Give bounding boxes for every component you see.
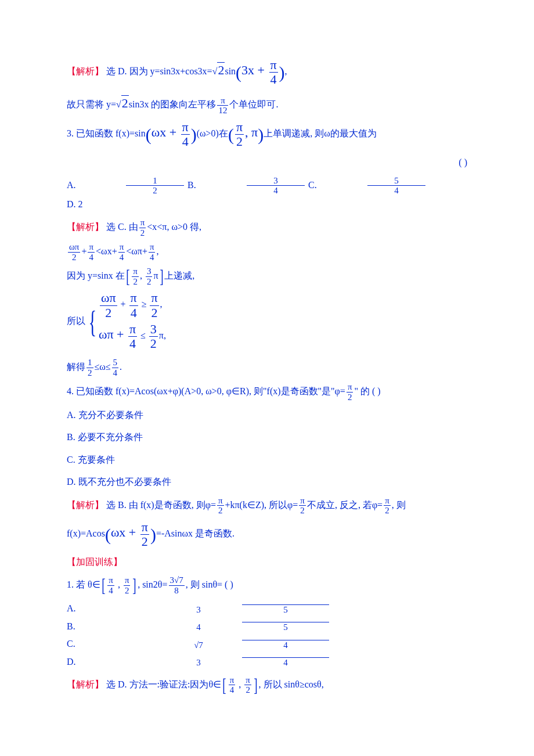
p2-text1a: 选 D. 因为 y=sin3x+cos3x= xyxy=(106,66,212,76)
p2-inner: 3x + xyxy=(241,63,268,77)
brace-icon: { xyxy=(89,307,97,337)
q4-optA: A. 充分不必要条件 xyxy=(67,406,467,424)
sqrt2: 2 xyxy=(217,62,225,77)
q3-optC: C.54 xyxy=(308,176,427,196)
p2-analysis-line2: 故只需将 y=√2sin3x 的图象向左平移π12个单位即可. xyxy=(67,91,467,116)
rparen: ) xyxy=(279,66,285,78)
analysis-tag: 【解析】 xyxy=(67,66,104,76)
extra-optA: A.35 xyxy=(67,600,330,617)
analysis-tag: 【解析】 xyxy=(67,679,104,689)
q3-texta: 3. 已知函数 f(x)=sin xyxy=(67,129,146,139)
q4-stem: 4. 已知函数 f(x)=Acos(ωx+φ)(A>0, ω>0, φ∈R), … xyxy=(67,382,467,402)
q4-optB: B. 必要不充分条件 xyxy=(67,429,467,446)
lparen: ( xyxy=(236,66,241,78)
q3-options: A.12 B.34 C.54 D. 2 xyxy=(67,176,467,213)
q4-optC: C. 充要条件 xyxy=(67,451,467,469)
extra-title: 【加固训练】 xyxy=(67,553,467,571)
q3-ineq-line: ωπ2+π4<ωx+π4<ωπ+π4, xyxy=(67,242,467,262)
extra-optC: C.√74 xyxy=(67,635,330,653)
q3-optB: B.34 xyxy=(187,176,306,196)
q3-paren: ( ) xyxy=(67,154,467,171)
q4-ans-line2: f(x)=Acos(ωx + π2)=-Asinωx 是奇函数. xyxy=(67,520,467,549)
p2-analysis-line1: 【解析】 选 D. 因为 y=sin3x+cos3x=√2sin(3x + π4… xyxy=(67,58,467,87)
extra-q1-stem: 1. 若 θ∈[π4 , π2], sin2θ=3√78, 则 sinθ= ( … xyxy=(67,575,467,595)
q3-textb: (ω>0)在 xyxy=(197,129,228,139)
q3-stem: 3. 已知函数 f(x)=sin(ωx + π4)(ω>0)在(π2, π)上单… xyxy=(67,120,467,149)
p2-text2c: 个单位即可. xyxy=(229,99,278,109)
q3-solve: 解得12≤ω≤54. xyxy=(67,358,467,377)
analysis-tag: 【解析】 xyxy=(67,499,104,509)
extra-ans-line: 【解析】 选 D. 方法一:验证法:因为θ∈[π4 , π2], 所以 sinθ… xyxy=(67,675,467,695)
extra-optD: D.34 xyxy=(67,653,330,671)
p2-text1b: sin xyxy=(225,66,236,76)
p2-text2b: sin3x 的图象向左平移 xyxy=(129,99,217,109)
extra-optB: B.45 xyxy=(67,618,330,635)
q3-optA: A.12 xyxy=(67,176,185,196)
sqrt2b: 2 xyxy=(121,95,129,110)
q4-ans-line1: 【解析】 选 B. 由 f(x)是奇函数, 则φ=π2+kπ(k∈Z), 所以φ… xyxy=(67,496,467,516)
extra-q1-options: A.35 B.45 C.√74 D.34 xyxy=(67,600,467,671)
q3-brace-block: 所以{ ωπ2 + π4 ≥ π2, ωπ + π4 ≤ 32π, xyxy=(67,291,467,353)
q3-dec-line: 因为 y=sinx 在[π2, 32π]上递减, xyxy=(67,267,467,286)
q3-optD: D. 2 xyxy=(67,196,125,213)
q3-brace-row2: ωπ + π4 ≤ 32π, xyxy=(99,322,166,351)
q3-brace-row1: ωπ2 + π4 ≥ π2, xyxy=(99,291,166,319)
q3-ans-line1: 【解析】 选 C. 由π2<x<π, ω>0 得, xyxy=(67,218,467,237)
q3-textd: 上单调递减, 则ω的最大值为 xyxy=(264,129,377,139)
p2-text2a: 故只需将 y= xyxy=(67,99,116,109)
q4-optD: D. 既不充分也不必要条件 xyxy=(67,473,467,491)
analysis-tag: 【解析】 xyxy=(67,222,104,232)
